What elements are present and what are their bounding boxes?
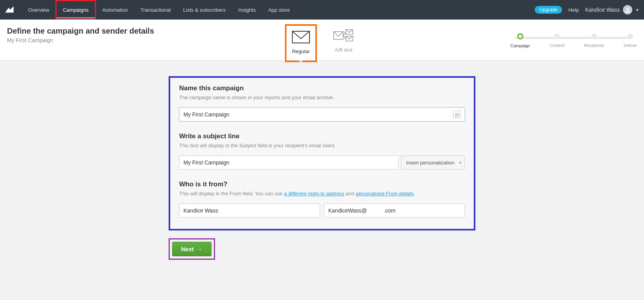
step-label: Content: [550, 43, 565, 48]
nav-items: Overview Campaigns Automation Transactio…: [22, 0, 296, 20]
step-dot-icon: [591, 34, 597, 39]
section-heading: Name this campaign: [179, 84, 465, 92]
step-deliver[interactable]: Deliver: [624, 34, 637, 48]
step-dot-icon: [517, 33, 523, 39]
next-highlight: Next →: [169, 238, 215, 260]
svg-marker-0: [5, 6, 14, 12]
reply-to-link[interactable]: a different reply-to address: [284, 191, 344, 196]
step-label: Recipients: [584, 43, 604, 48]
section-desc: The campaign name is shown in your repor…: [179, 95, 465, 100]
nav-item-overview[interactable]: Overview: [22, 0, 55, 20]
form-highlight: Name this campaign The campaign name is …: [169, 76, 475, 230]
next-button[interactable]: Next →: [172, 242, 212, 256]
section-subject: Write a subject line This text will disp…: [179, 132, 465, 170]
nav-item-transactional[interactable]: Transactional: [134, 0, 177, 20]
user-menu[interactable]: Kandice Wass ▼: [585, 5, 639, 14]
user-name: Kandice Wass: [585, 7, 620, 13]
form-wrap: Name this campaign The campaign name is …: [169, 76, 475, 260]
insert-personalization-button[interactable]: Insert personalization: [401, 155, 465, 170]
section-from: Who is it from? This will display in the…: [179, 180, 465, 218]
wizard-steps: Campaign Content Recipients Deliver: [511, 34, 637, 48]
sub-header: Define the campaign and sender details M…: [0, 20, 644, 61]
help-link[interactable]: Help: [568, 7, 579, 13]
section-desc: This will display in the From field. You…: [179, 191, 465, 196]
section-name: Name this campaign The campaign name is …: [179, 84, 465, 121]
subject-input[interactable]: [179, 155, 398, 170]
nav-item-campaigns[interactable]: Campaigns: [55, 0, 96, 20]
nav-item-lists[interactable]: Lists & subscribers: [177, 0, 232, 20]
page-title: Define the campaign and sender details: [7, 27, 154, 36]
type-tab-label: Regular: [292, 48, 310, 54]
step-track: [514, 37, 633, 39]
from-email-input[interactable]: [324, 204, 465, 218]
section-heading: Who is it from?: [179, 180, 465, 188]
from-name-input[interactable]: [179, 204, 320, 218]
type-tab-label: A/B test: [333, 47, 354, 53]
svg-point-1: [626, 8, 629, 10]
avatar-icon: [623, 5, 632, 14]
page-subtitle: My First Campaign: [7, 37, 154, 43]
desc-text: This will display in the From field. You…: [179, 191, 284, 196]
section-desc: This text will display in the Subject fi…: [179, 143, 465, 148]
section-heading: Write a subject line: [179, 132, 465, 140]
type-tab-regular[interactable]: Regular: [285, 24, 317, 62]
sub-header-left: Define the campaign and sender details M…: [7, 27, 154, 43]
type-tab-abtest[interactable]: A/B test: [328, 24, 359, 62]
main-content: Name this campaign The campaign name is …: [0, 61, 644, 275]
arrow-right-icon: →: [197, 246, 203, 252]
step-campaign[interactable]: Campaign: [511, 34, 530, 48]
top-nav: Overview Campaigns Automation Transactio…: [0, 0, 644, 20]
step-dot-icon: [628, 34, 633, 39]
desc-text: and: [344, 191, 356, 196]
campaign-type-tabs: Regular A/B test: [285, 24, 359, 62]
nav-item-appstore[interactable]: App store: [262, 0, 296, 20]
step-recipients[interactable]: Recipients: [584, 34, 604, 48]
step-label: Deliver: [624, 43, 637, 48]
abtest-icon: [333, 27, 354, 44]
form-card: Name this campaign The campaign name is …: [170, 78, 474, 229]
step-content[interactable]: Content: [550, 34, 565, 48]
step-label: Campaign: [511, 43, 530, 48]
next-label: Next: [181, 246, 194, 252]
personalized-from-link[interactable]: personalized From details: [356, 191, 414, 196]
nav-item-automation[interactable]: Automation: [96, 0, 134, 20]
nav-item-insights[interactable]: Insights: [232, 0, 262, 20]
caret-down-icon: ▼: [635, 8, 639, 12]
nav-right: Upgrade Help Kandice Wass ▼: [535, 5, 639, 14]
upgrade-button[interactable]: Upgrade: [535, 6, 562, 14]
app-logo-icon[interactable]: [5, 6, 14, 14]
step-dot-icon: [554, 34, 560, 39]
desc-text: .: [414, 191, 415, 196]
envelope-icon: [292, 29, 310, 45]
campaign-name-input[interactable]: [179, 107, 465, 121]
contact-card-icon: ▤: [453, 111, 461, 118]
